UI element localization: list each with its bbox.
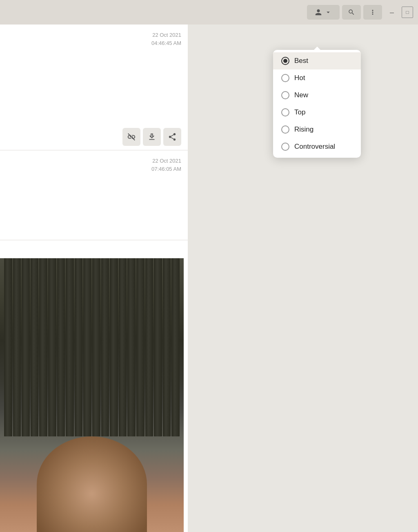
unlink-icon	[127, 132, 136, 141]
kitchen-slats	[0, 258, 184, 436]
share-icon	[168, 132, 177, 141]
post-card-1: 22 Oct 2021 04:46:45 AM	[0, 25, 188, 150]
slat	[48, 258, 56, 436]
sort-label-best: Best	[294, 57, 308, 65]
slat	[145, 258, 153, 436]
sort-dropdown: Best Hot New Top Rising Controversial	[273, 50, 361, 158]
post-card-1-header: 22 Oct 2021 04:46:45 AM	[0, 25, 188, 50]
search-button[interactable]	[342, 5, 361, 20]
image-post	[0, 258, 184, 532]
radio-best	[281, 57, 289, 65]
unlink-button[interactable]	[122, 128, 140, 146]
download-icon	[147, 132, 156, 141]
slat	[110, 258, 118, 436]
user-icon	[315, 9, 322, 16]
post-1-actions	[0, 124, 188, 150]
sort-option-rising[interactable]: Rising	[273, 121, 361, 138]
download-button[interactable]	[143, 128, 161, 146]
chevron-down-icon	[325, 9, 332, 16]
radio-new	[281, 91, 289, 99]
post-1-timestamp: 22 Oct 2021 04:46:45 AM	[151, 31, 181, 47]
post-card-2-header: 22 Oct 2021 07:46:05 AM	[0, 150, 188, 176]
more-vert-icon	[369, 9, 376, 16]
search-icon	[348, 9, 355, 16]
slat	[119, 258, 127, 436]
slat	[171, 258, 180, 436]
feed-panel: 22 Oct 2021 04:46:45 AM	[0, 25, 188, 532]
radio-controversial	[281, 143, 289, 151]
slat	[163, 258, 171, 436]
slat	[13, 258, 21, 436]
sort-option-top[interactable]: Top	[273, 104, 361, 121]
slat	[22, 258, 30, 436]
slat	[154, 258, 162, 436]
sort-label-new: New	[294, 91, 308, 99]
maximize-button[interactable]: □	[402, 7, 413, 18]
sort-label-hot: Hot	[294, 74, 305, 82]
sort-label-controversial: Controversial	[294, 143, 335, 151]
main-content: 22 Oct 2021 04:46:45 AM	[0, 25, 418, 532]
person-head	[37, 436, 147, 532]
sort-label-rising: Rising	[294, 125, 314, 134]
sort-button[interactable]	[307, 5, 340, 20]
slat	[66, 258, 74, 436]
minimize-button[interactable]: –	[385, 7, 399, 18]
slat	[127, 258, 136, 436]
radio-hot	[281, 74, 289, 82]
slat	[136, 258, 145, 436]
svg-line-0	[128, 134, 135, 141]
kitchen-image	[0, 258, 184, 532]
sort-option-new[interactable]: New	[273, 87, 361, 104]
post-card-2: 22 Oct 2021 07:46:05 AM	[0, 150, 188, 240]
radio-rising	[281, 125, 289, 134]
radio-top	[281, 108, 289, 116]
post-2-timestamp: 22 Oct 2021 07:46:05 AM	[151, 157, 181, 173]
slat	[39, 258, 47, 436]
more-options-button[interactable]	[363, 5, 382, 20]
sort-option-controversial[interactable]: Controversial	[273, 138, 361, 155]
titlebar: – □	[0, 0, 418, 25]
slat	[31, 258, 39, 436]
post-1-image-area	[0, 50, 188, 124]
slat	[57, 258, 65, 436]
sort-option-best[interactable]: Best	[273, 52, 361, 69]
slat	[101, 258, 109, 436]
share-button[interactable]	[163, 128, 181, 146]
slat	[83, 258, 91, 436]
sort-option-hot[interactable]: Hot	[273, 69, 361, 87]
sort-label-top: Top	[294, 108, 305, 116]
slat	[75, 258, 83, 436]
slat	[4, 258, 12, 436]
slat	[92, 258, 100, 436]
